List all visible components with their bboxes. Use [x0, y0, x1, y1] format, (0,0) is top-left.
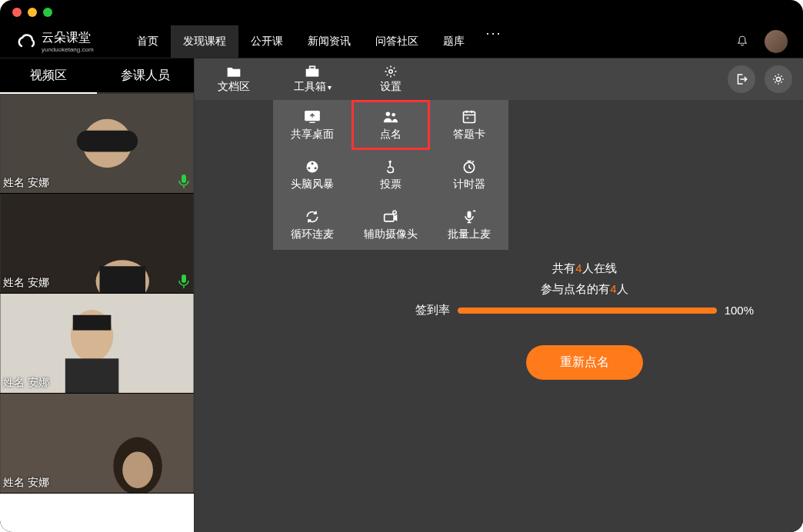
mic-up-icon	[461, 209, 478, 224]
exit-icon	[735, 72, 748, 86]
video-tile[interactable]: 姓名 安娜	[0, 294, 194, 394]
svg-point-14	[122, 451, 153, 488]
briefcase-icon	[305, 65, 320, 78]
rollcall-panel: 共有4人在线 参与点名的有4人 签到率 100% 重新点名	[415, 261, 754, 380]
svg-point-17	[389, 70, 393, 74]
touch-icon	[382, 159, 399, 175]
nav-discover[interactable]: 发现课程	[171, 25, 238, 58]
main-toolbar: 文档区 工具箱▾ 设置	[195, 58, 803, 100]
camera-plus-icon	[382, 209, 399, 224]
svg-point-24	[312, 162, 314, 165]
video-tile[interactable]: 姓名 安娜	[0, 394, 194, 494]
nav-home[interactable]: 首页	[125, 25, 171, 58]
svg-point-26	[315, 167, 317, 169]
toolbox-dropdown: 共享桌面 点名 答题卡 头脑风暴 投票 计时器 循环连麦 辅助摄像头	[273, 100, 508, 250]
svg-rect-29	[385, 214, 395, 221]
tool-timer[interactable]: 计时器	[430, 150, 508, 200]
svg-rect-16	[310, 66, 315, 68]
nav-news[interactable]: 新闻资讯	[295, 25, 363, 58]
nav-bank[interactable]: 题库	[431, 25, 477, 58]
monitor-share-icon	[304, 109, 321, 125]
svg-rect-10	[73, 315, 112, 331]
tool-brainstorm[interactable]: 头脑风暴	[273, 150, 352, 200]
svg-rect-3	[182, 175, 186, 183]
sidebar: 视频区 参课人员 姓名 安娜 姓名 安娜 姓名 安娜	[0, 58, 195, 532]
tool-share-desktop[interactable]: 共享桌面	[273, 100, 352, 150]
tool-vote[interactable]: 投票	[352, 150, 430, 200]
cloud-icon	[15, 32, 37, 51]
tab-docs-label: 文档区	[218, 80, 250, 94]
gear-icon	[383, 65, 398, 78]
participated-text: 参与点名的有4人	[541, 282, 628, 297]
mic-icon[interactable]	[178, 175, 189, 188]
rate-percent: 100%	[725, 304, 754, 317]
tab-settings[interactable]: 设置	[352, 58, 430, 100]
top-nav: 云朵课堂 yunduoketang.com 首页 发现课程 公开课 新闻资讯 问…	[0, 25, 803, 58]
tab-docs[interactable]: 文档区	[195, 58, 273, 100]
online-count-text: 共有4人在线	[552, 261, 616, 276]
svg-point-21	[392, 112, 395, 116]
svg-point-25	[308, 167, 310, 169]
mic-icon[interactable]	[178, 274, 189, 288]
tool-answer-card[interactable]: 答题卡	[430, 100, 508, 150]
redo-rollcall-button[interactable]: 重新点名	[526, 345, 643, 380]
tab-toolbox[interactable]: 工具箱▾	[273, 58, 352, 100]
rate-label: 签到率	[415, 303, 450, 318]
svg-rect-7	[182, 274, 186, 283]
people-icon	[382, 109, 399, 125]
svg-point-18	[776, 77, 780, 81]
svg-rect-22	[464, 111, 475, 122]
caret-down-icon: ▾	[328, 83, 332, 91]
name-tag: 姓名 安娜	[3, 176, 49, 190]
film-reel-icon	[304, 159, 321, 175]
video-list: 姓名 安娜 姓名 安娜 姓名 安娜 姓名 安娜	[0, 94, 194, 532]
maximize-dot[interactable]	[43, 8, 52, 17]
progress-fill	[458, 308, 717, 314]
bell-icon[interactable]	[735, 35, 749, 48]
video-tile[interactable]: 姓名 安娜	[0, 94, 194, 194]
folder-icon	[226, 65, 242, 78]
svg-rect-6	[99, 266, 145, 293]
svg-rect-11	[65, 358, 118, 393]
tool-batch-mic[interactable]: 批量上麦	[430, 200, 508, 250]
tab-toolbox-label: 工具箱	[294, 80, 326, 94]
nav-qa[interactable]: 问答社区	[363, 25, 431, 58]
cycle-icon	[304, 209, 321, 224]
nav-public[interactable]: 公开课	[238, 25, 295, 58]
minimize-dot[interactable]	[28, 8, 37, 17]
video-tile[interactable]: 姓名 安娜	[0, 194, 194, 294]
brand-domain: yunduoketang.com	[42, 46, 94, 53]
close-dot[interactable]	[12, 8, 22, 17]
brand-name: 云朵课堂	[42, 31, 91, 44]
nav-more[interactable]: ···	[477, 25, 511, 58]
svg-rect-31	[468, 211, 471, 218]
tool-cycle-mic[interactable]: 循环连麦	[273, 200, 352, 250]
tab-video-area[interactable]: 视频区	[0, 58, 97, 94]
name-tag: 姓名 安娜	[3, 376, 49, 390]
calendar-icon	[461, 109, 478, 125]
gear-icon	[771, 72, 785, 86]
video-tile-empty	[0, 494, 194, 532]
svg-point-27	[389, 160, 392, 162]
svg-point-20	[386, 111, 391, 116]
name-tag: 姓名 安娜	[3, 476, 49, 490]
settings-button[interactable]	[765, 65, 792, 93]
svg-rect-2	[77, 131, 138, 152]
tool-aux-camera[interactable]: 辅助摄像头	[352, 200, 430, 250]
tab-settings-label: 设置	[380, 80, 402, 94]
clock-icon	[461, 159, 478, 175]
exit-button[interactable]	[728, 65, 755, 93]
window-titlebar	[0, 0, 803, 25]
svg-rect-15	[306, 69, 319, 77]
tab-participants[interactable]: 参课人员	[97, 58, 194, 92]
brand-logo[interactable]: 云朵课堂 yunduoketang.com	[15, 30, 94, 53]
user-avatar[interactable]	[765, 30, 788, 53]
progress-bar	[458, 308, 717, 314]
tool-roll-call[interactable]: 点名	[352, 100, 430, 150]
name-tag: 姓名 安娜	[3, 276, 49, 290]
